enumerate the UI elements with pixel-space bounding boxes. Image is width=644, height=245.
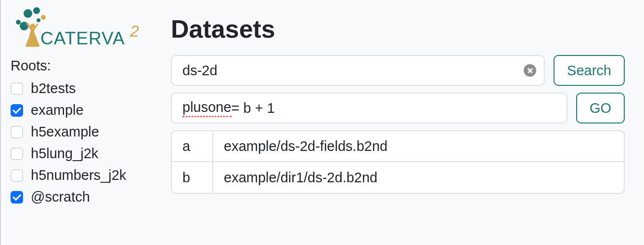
search-button[interactable]: Search	[554, 55, 625, 86]
svg-point-1	[33, 7, 40, 14]
root-checkbox[interactable]	[11, 191, 23, 204]
svg-point-0	[24, 9, 32, 18]
svg-point-3	[37, 18, 40, 22]
page-title: Datasets	[171, 14, 625, 43]
svg-point-4	[16, 20, 21, 25]
go-button[interactable]: GO	[576, 93, 625, 123]
brand-logo: CATERVA 2	[15, 7, 161, 50]
root-label: h5lung_j2k	[31, 146, 98, 162]
search-row: Search	[171, 55, 625, 86]
root-label: h5example	[31, 124, 99, 140]
root-label: @scratch	[31, 189, 90, 205]
root-checkbox[interactable]	[11, 104, 23, 117]
root-checkbox[interactable]	[11, 148, 23, 160]
root-item[interactable]: h5lung_j2k	[11, 143, 161, 164]
mapping-value: example/ds-2d-fields.b2nd	[213, 131, 624, 161]
expression-rhs: = b + 1	[232, 100, 275, 116]
svg-point-2	[41, 15, 46, 20]
search-input-wrapper	[171, 55, 545, 86]
table-row: bexample/dir1/ds-2d.b2nd	[172, 162, 624, 193]
root-item[interactable]: example	[11, 99, 161, 121]
root-item[interactable]: h5numbers_j2k	[11, 164, 161, 186]
root-label: example	[31, 102, 84, 118]
root-item[interactable]: @scratch	[11, 186, 161, 208]
root-item[interactable]: b2tests	[11, 78, 161, 99]
root-checkbox[interactable]	[11, 126, 23, 138]
expression-input[interactable]: plusone = b + 1	[171, 93, 567, 123]
root-checkbox[interactable]	[11, 82, 23, 95]
clear-icon[interactable]	[524, 64, 536, 77]
main-panel: Datasets Search plusone = b + 1 GO aexam…	[171, 0, 644, 245]
roots-list: b2testsexampleh5exampleh5lung_j2kh5numbe…	[11, 78, 161, 208]
root-item[interactable]: h5example	[11, 121, 161, 143]
expression-lhs: plusone	[182, 99, 232, 117]
search-input[interactable]	[171, 55, 545, 86]
root-label: h5numbers_j2k	[31, 167, 126, 183]
roots-label: Roots:	[11, 58, 161, 74]
svg-text:CATERVA: CATERVA	[40, 28, 125, 48]
table-row: aexample/ds-2d-fields.b2nd	[172, 131, 624, 162]
sidebar: CATERVA 2 Roots: b2testsexampleh5example…	[0, 0, 171, 245]
mapping-table: aexample/ds-2d-fields.b2ndbexample/dir1/…	[171, 130, 625, 194]
mapping-key: a	[172, 131, 213, 161]
svg-text:2: 2	[129, 22, 139, 40]
root-label: b2tests	[31, 81, 76, 96]
mapping-key: b	[172, 162, 213, 193]
mapping-value: example/dir1/ds-2d.b2nd	[213, 162, 624, 193]
root-checkbox[interactable]	[11, 169, 23, 182]
expression-row: plusone = b + 1 GO	[171, 93, 625, 123]
